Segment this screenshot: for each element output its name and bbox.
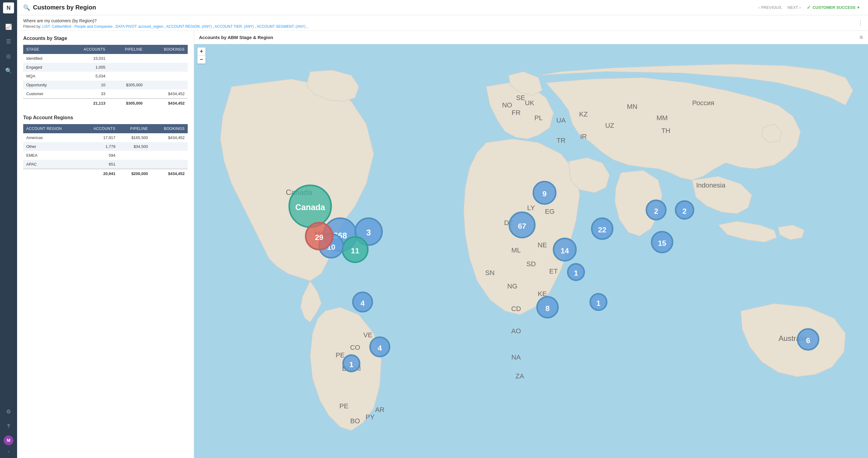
stage-pipeline: $305,000 bbox=[108, 80, 146, 89]
previous-button[interactable]: ‹ PREVIOUS bbox=[756, 4, 784, 11]
svg-text:ML: ML bbox=[512, 247, 521, 254]
stage-name: Customer bbox=[23, 89, 65, 98]
stage-total-accounts: 21,113 bbox=[65, 98, 108, 108]
world-map-svg: Canada México Brasil DZ LY EG ML NE SN N… bbox=[194, 44, 868, 458]
stage-accounts: 15,031 bbox=[65, 54, 108, 63]
content-area: Accounts by Stage STAGE ACCOUNTS PIPELIN… bbox=[17, 31, 868, 458]
region-bookings bbox=[151, 151, 188, 160]
svg-text:PY: PY bbox=[366, 414, 375, 421]
region-name: Americas bbox=[23, 133, 80, 142]
map-title: Accounts by ABM Stage & Region bbox=[199, 35, 273, 40]
sidebar-item-help[interactable]: ? bbox=[3, 421, 14, 432]
stage-pipeline bbox=[108, 89, 146, 98]
svg-text:29: 29 bbox=[315, 233, 323, 241]
region-accounts: 17,917 bbox=[80, 133, 118, 142]
svg-text:PE: PE bbox=[336, 351, 345, 359]
filter-link-tier[interactable]: ACCOUNT TIER: (ANY) bbox=[215, 24, 254, 29]
stage-total-pipeline: $305,000 bbox=[108, 98, 146, 108]
svg-text:Canada: Canada bbox=[296, 203, 326, 212]
filter-link-region[interactable]: ACCOUNT REGION: (ANY) bbox=[166, 24, 212, 29]
svg-text:4: 4 bbox=[361, 299, 365, 307]
svg-text:1: 1 bbox=[574, 269, 578, 277]
accounts-by-stage-title: Accounts by Stage bbox=[23, 36, 188, 41]
svg-text:BO: BO bbox=[350, 417, 360, 425]
sidebar-item-chart[interactable]: ◎ bbox=[3, 51, 14, 62]
table-row: Other 1,779 $34,500 bbox=[23, 142, 188, 151]
page-header: 🔍 Customers by Region ‹ PREVIOUS NEXT › … bbox=[17, 0, 868, 15]
filter-link-pivot[interactable]: DATA PIVOT: account_region bbox=[116, 24, 163, 29]
svg-text:SE: SE bbox=[516, 94, 525, 102]
col-bookings: BOOKINGS bbox=[146, 45, 188, 54]
svg-text:MM: MM bbox=[656, 114, 668, 122]
table-row: Engaged 1,005 bbox=[23, 63, 188, 72]
header-nav: ‹ PREVIOUS NEXT › ✓ CUSTOMER SUCCESS ▾ bbox=[756, 3, 862, 11]
region-bookings bbox=[151, 142, 188, 151]
region-accounts: 651 bbox=[80, 160, 118, 169]
sidebar-item-list[interactable]: ☰ bbox=[3, 36, 14, 47]
svg-text:SD: SD bbox=[526, 260, 536, 268]
svg-text:MN: MN bbox=[627, 103, 637, 110]
stage-pipeline bbox=[108, 63, 146, 72]
svg-text:11: 11 bbox=[351, 247, 359, 255]
accounts-by-stage-table: STAGE ACCOUNTS PIPELINE BOOKINGS Identif… bbox=[23, 45, 188, 108]
svg-text:67: 67 bbox=[518, 222, 526, 230]
region-name: Other bbox=[23, 142, 80, 151]
zoom-in-button[interactable]: + bbox=[197, 47, 206, 56]
region-total-label bbox=[23, 169, 80, 178]
header-search-icon: 🔍 bbox=[23, 4, 30, 11]
sidebar-expand-btn[interactable]: › bbox=[8, 449, 9, 454]
map-header: Accounts by ABM Stage & Region ≡ bbox=[194, 31, 868, 44]
svg-text:6: 6 bbox=[806, 336, 810, 345]
zoom-out-button[interactable]: − bbox=[197, 56, 206, 63]
map-container: + − bbox=[194, 44, 868, 458]
right-panel: Accounts by ABM Stage & Region ≡ + − bbox=[194, 31, 868, 458]
region-pipeline: $34,500 bbox=[118, 142, 151, 151]
region-pipeline: $165,500 bbox=[118, 133, 151, 142]
app-logo[interactable]: N bbox=[3, 2, 14, 13]
svg-text:NA: NA bbox=[512, 353, 521, 361]
filter-link-segment[interactable]: ACCOUNT SEGMENT: (ANY) bbox=[257, 24, 306, 29]
svg-text:UA: UA bbox=[556, 117, 566, 124]
chevron-left-icon: ‹ bbox=[758, 5, 760, 10]
sidebar: N 📈 ☰ ◎ 🔍 ⚙ ? M › bbox=[0, 0, 17, 458]
svg-text:VE: VE bbox=[363, 331, 372, 339]
next-button[interactable]: NEXT › bbox=[785, 4, 803, 11]
sidebar-item-settings[interactable]: ⚙ bbox=[3, 406, 14, 417]
region-accounts: 594 bbox=[80, 151, 118, 160]
sidebar-item-search[interactable]: 🔍 bbox=[3, 65, 14, 76]
top-account-regions-table: ACCOUNT REGION ACCOUNTS PIPELINE BOOKING… bbox=[23, 124, 188, 178]
svg-text:9: 9 bbox=[542, 190, 547, 198]
svg-text:AO: AO bbox=[511, 327, 521, 335]
svg-text:4: 4 bbox=[378, 344, 382, 352]
sidebar-item-trending[interactable]: 📈 bbox=[3, 21, 14, 32]
svg-text:3: 3 bbox=[366, 228, 371, 237]
region-name: EMEA bbox=[23, 151, 80, 160]
svg-text:NE: NE bbox=[537, 241, 547, 249]
stage-bookings bbox=[146, 72, 188, 80]
table-row: Americas 17,917 $165,500 $434,452 bbox=[23, 133, 188, 142]
filter-more-button[interactable]: ⋮ bbox=[858, 20, 863, 26]
left-panel: Accounts by Stage STAGE ACCOUNTS PIPELIN… bbox=[17, 31, 194, 458]
svg-text:14: 14 bbox=[561, 247, 569, 255]
stage-accounts: 5,034 bbox=[65, 72, 108, 80]
region-bookings: $434,452 bbox=[151, 133, 188, 142]
svg-text:FR: FR bbox=[512, 109, 520, 117]
map-menu-button[interactable]: ≡ bbox=[860, 34, 863, 41]
region-total-accounts: 20,941 bbox=[80, 169, 118, 178]
stage-accounts: 10 bbox=[65, 80, 108, 89]
stage-total-label bbox=[23, 98, 65, 108]
user-avatar[interactable]: M bbox=[4, 435, 13, 445]
table-row: MQA 5,034 bbox=[23, 72, 188, 80]
svg-text:AR: AR bbox=[375, 406, 384, 414]
col-stage: STAGE bbox=[23, 45, 65, 54]
svg-text:1: 1 bbox=[349, 360, 353, 369]
filter-link-list[interactable]: LIST: CaliberMind - People and Companies bbox=[42, 24, 113, 29]
stage-bookings bbox=[146, 80, 188, 89]
svg-text:2: 2 bbox=[682, 207, 687, 215]
customer-success-button[interactable]: ✓ CUSTOMER SUCCESS ▾ bbox=[804, 3, 862, 11]
col-accounts-region: ACCOUNTS bbox=[80, 124, 118, 133]
svg-text:IR: IR bbox=[580, 133, 587, 140]
stage-bookings bbox=[146, 54, 188, 63]
page-title: Customers by Region bbox=[33, 4, 96, 11]
svg-text:UZ: UZ bbox=[605, 122, 614, 129]
